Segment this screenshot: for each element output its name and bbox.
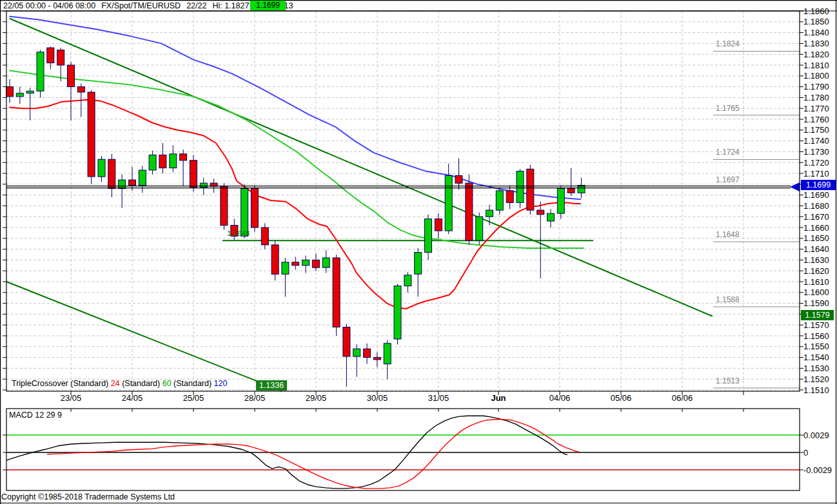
price-axis-label: 1.1820 xyxy=(803,50,836,59)
macd-zero-level-label: 0 xyxy=(803,448,837,458)
legend-part: TripleCrossover (Standard) xyxy=(12,379,111,388)
candle xyxy=(129,167,136,191)
candle xyxy=(476,213,483,245)
trendline-value-badge: 1.1336 xyxy=(256,380,287,391)
price-axis-label: 1.1750 xyxy=(803,125,836,135)
candle xyxy=(98,156,105,182)
candle xyxy=(282,258,289,297)
price-axis-label: 1.1510 xyxy=(803,385,836,395)
candle xyxy=(455,159,462,190)
x-axis-label: Jun xyxy=(478,393,519,403)
x-axis-label: 31/05 xyxy=(418,393,459,403)
candle xyxy=(527,165,534,215)
price-axis-label: 1.1830 xyxy=(803,39,836,48)
level-label: 1.1588 xyxy=(716,295,740,304)
level-label: 1.1513 xyxy=(716,376,740,385)
candle xyxy=(26,88,34,120)
price-axis-label: 1.1710 xyxy=(803,169,836,179)
price-axis-label: 1.1570 xyxy=(803,320,836,330)
ma-120-line xyxy=(10,16,580,199)
x-axis-label: 30/05 xyxy=(357,393,398,403)
price-axis-label: 1.1860 xyxy=(803,6,836,16)
candle xyxy=(557,186,564,219)
title-instrument: FX/Spot/TM/EURUSD xyxy=(101,1,181,10)
price-axis-label: 1.1620 xyxy=(803,266,836,276)
price-axis-label: 1.1840 xyxy=(803,28,836,37)
price-axis-label: 1.1800 xyxy=(803,71,836,81)
price-axis-label: 1.1690 xyxy=(803,190,836,200)
macd-signal-line xyxy=(47,420,579,489)
candle xyxy=(547,209,555,228)
candle xyxy=(159,143,166,173)
candle xyxy=(16,87,23,104)
candle xyxy=(333,255,340,336)
candle xyxy=(88,90,95,184)
candle xyxy=(435,213,442,238)
candle xyxy=(302,256,310,273)
price-axis-label: 1.1760 xyxy=(803,115,836,124)
copyright-text: Copyright ©1985-2018 Tradermade Systems … xyxy=(1,492,175,501)
price-axis-label: 1.1850 xyxy=(803,17,836,26)
candle xyxy=(292,257,299,269)
price-axis-label: 1.1720 xyxy=(803,158,836,168)
x-axis-label: 23/05 xyxy=(50,393,92,403)
candle xyxy=(415,248,422,297)
candle xyxy=(139,166,146,193)
x-axis-label: 28/05 xyxy=(234,393,275,403)
current-price-axis-badge: 1.1699 xyxy=(801,180,836,190)
candle xyxy=(57,48,64,81)
level-label: 1.1765 xyxy=(716,104,740,113)
price-axis-label: 1.1680 xyxy=(803,201,836,211)
candle xyxy=(47,46,54,69)
price-axis-label: 1.1650 xyxy=(803,233,836,243)
price-axis-label: 1.1520 xyxy=(803,374,836,384)
x-axis-label: 25/05 xyxy=(173,393,214,403)
title-hi: Hi: 1.1827 xyxy=(212,1,249,10)
price-axis-label: 1.1670 xyxy=(803,212,836,222)
x-axis-label: 04/06 xyxy=(539,393,580,403)
candle xyxy=(404,272,411,293)
candle xyxy=(517,169,524,208)
ma-60-line xyxy=(10,70,584,248)
price-axis-label: 1.1660 xyxy=(803,223,836,233)
trading-chart-window: 22/05 00:00 - 04/06 08:00FX/Spot/TM/EURU… xyxy=(0,0,837,504)
candle xyxy=(384,340,391,380)
candle xyxy=(496,188,503,215)
trendline xyxy=(6,282,282,391)
macd-pane-border xyxy=(6,409,800,490)
chart-canvas[interactable] xyxy=(0,0,837,504)
legend-part: 60 xyxy=(162,379,172,388)
candle xyxy=(170,145,177,172)
price-axis-label: 1.1810 xyxy=(803,61,836,70)
candle xyxy=(506,186,513,209)
support-line-label: 1.1648 xyxy=(227,229,250,237)
current-price-arrow-icon xyxy=(790,182,800,191)
candle xyxy=(373,352,380,367)
candle xyxy=(37,50,44,98)
ma-24-line xyxy=(10,100,580,309)
price-axis-label: 1.1530 xyxy=(803,363,836,373)
price-axis-label: 1.1770 xyxy=(803,104,836,113)
candle xyxy=(221,183,228,229)
candle xyxy=(394,284,401,344)
candle xyxy=(261,223,268,249)
level-label: 1.1724 xyxy=(716,148,740,157)
price-axis-label: 1.1640 xyxy=(803,244,836,254)
price-axis-label: 1.1600 xyxy=(803,287,836,297)
price-axis-label: 1.1630 xyxy=(803,255,836,265)
trendline-value-axis-badge: 1.1579 xyxy=(801,310,834,320)
candle xyxy=(312,253,319,271)
price-axis-label: 1.1790 xyxy=(803,82,836,92)
candle xyxy=(108,154,115,197)
current-price-line-label: 1.1697 xyxy=(716,175,740,184)
indicator-legend: TripleCrossover (Standard) 24 (Standard)… xyxy=(12,379,227,388)
candle xyxy=(567,168,575,197)
price-axis-label: 1.1560 xyxy=(803,331,836,341)
candle xyxy=(466,175,473,245)
price-axis-label: 1.1550 xyxy=(803,342,836,351)
macd-title: MACD 12 29 9 xyxy=(9,411,62,420)
title-bar-count: 22/22 xyxy=(186,1,206,10)
candle xyxy=(119,175,126,208)
candle xyxy=(6,79,14,103)
level-label: 1.1648 xyxy=(716,230,740,239)
